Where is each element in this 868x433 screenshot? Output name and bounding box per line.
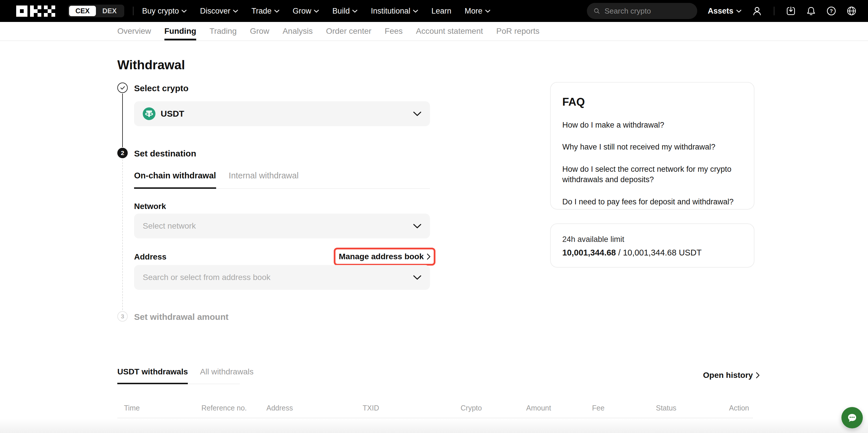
subnav-item-account-statement[interactable]: Account statement <box>416 22 483 40</box>
crypto-select[interactable]: USDT <box>134 101 430 126</box>
navbar-divider <box>133 7 133 15</box>
step-connector-solid <box>122 94 123 147</box>
step1-complete-circle <box>117 82 128 93</box>
faq-question[interactable]: Do I need to pay fees for deposit and wi… <box>562 197 741 207</box>
chevron-right-icon <box>756 372 760 378</box>
empty-table-area <box>0 418 868 433</box>
tab-all-withdrawals[interactable]: All withdrawals <box>200 367 253 384</box>
subnav-item-order-center[interactable]: Order center <box>326 22 371 40</box>
limit-separator: / <box>616 248 623 257</box>
chevron-right-icon <box>427 254 431 260</box>
tab-usdt-withdrawals[interactable]: USDT withdrawals <box>117 367 188 384</box>
column-header-address: Address <box>267 404 293 412</box>
network-label: Network <box>134 202 166 211</box>
column-header-time: Time <box>124 404 140 412</box>
menu-item-build[interactable]: Build <box>332 7 358 15</box>
tab-internal-withdrawal[interactable]: Internal withdrawal <box>229 171 299 188</box>
crypto-search-box[interactable] <box>587 3 697 19</box>
chevron-down-icon <box>413 111 421 116</box>
deposit-icon[interactable] <box>786 6 796 16</box>
limit-card: 24h available limit 10,001,344.68 / 10,0… <box>550 224 754 268</box>
step-connector-dashed <box>122 159 123 310</box>
assets-dropdown[interactable]: Assets <box>708 7 741 15</box>
selected-crypto-label: USDT <box>161 109 184 119</box>
limit-value: 10,001,344.68 / 10,001,344.68 USDT <box>562 248 742 258</box>
chevron-down-icon <box>274 9 279 13</box>
navbar-right-cluster: Assets ? <box>587 3 857 19</box>
menu-item-more[interactable]: More <box>465 7 490 15</box>
language-globe-icon[interactable] <box>847 6 857 16</box>
search-icon <box>593 7 600 15</box>
step3-label: Set withdrawal amount <box>134 312 228 322</box>
address-placeholder: Search or select from address book <box>143 273 271 282</box>
address-select[interactable]: Search or select from address book <box>134 265 430 290</box>
menu-item-institutional[interactable]: Institutional <box>371 7 418 15</box>
okx-logo-letter-x <box>44 5 55 17</box>
subnav-item-funding[interactable]: Funding <box>164 22 196 40</box>
open-history-link[interactable]: Open history <box>703 371 760 380</box>
faq-question[interactable]: How do I make a withdrawal? <box>562 120 741 130</box>
faq-question[interactable]: How do I select the correct network for … <box>562 164 741 185</box>
chevron-down-icon <box>352 9 358 13</box>
okx-logo <box>16 5 55 17</box>
subnav-item-trading[interactable]: Trading <box>210 22 237 40</box>
main-menu: Buy crypto Discover Trade Grow Build Ins… <box>142 7 490 15</box>
step2-label: Set destination <box>134 149 196 159</box>
search-input[interactable] <box>604 7 691 15</box>
step3-circle: 3 <box>117 311 128 322</box>
usdt-tether-icon <box>143 107 155 120</box>
network-placeholder: Select network <box>143 222 196 231</box>
chevron-down-icon <box>182 9 187 13</box>
okx-logo-letter-o <box>16 5 27 17</box>
support-chat-button[interactable] <box>841 407 863 428</box>
column-header-txid: TXID <box>363 404 379 412</box>
address-label: Address <box>134 252 166 262</box>
menu-item-learn[interactable]: Learn <box>431 7 451 15</box>
limit-available: 10,001,344.68 <box>562 248 616 257</box>
subnav-item-overview[interactable]: Overview <box>117 22 151 40</box>
chat-bubble-icon <box>846 412 858 424</box>
okx-logo-letter-k <box>30 5 41 17</box>
column-header-amount: Amount <box>526 404 551 412</box>
page-title: Withdrawal <box>117 58 185 72</box>
dex-toggle-button[interactable]: DEX <box>96 6 123 16</box>
faq-card: FAQ How do I make a withdrawal? Why have… <box>550 82 754 209</box>
limit-label: 24h available limit <box>562 235 742 244</box>
check-icon <box>120 86 125 90</box>
menu-item-trade[interactable]: Trade <box>251 7 279 15</box>
subnav-item-grow[interactable]: Grow <box>250 22 269 40</box>
column-header-crypto: Crypto <box>461 404 482 412</box>
column-header-reference: Reference no. <box>202 404 247 412</box>
manage-address-book-button[interactable]: Manage address book <box>339 252 430 261</box>
menu-item-grow[interactable]: Grow <box>293 7 319 15</box>
top-navbar: CEX DEX Buy crypto Discover Trade Grow B… <box>0 0 868 22</box>
limit-total: 10,001,344.68 USDT <box>623 248 702 257</box>
chevron-down-icon <box>413 224 421 229</box>
navbar-divider <box>774 7 774 15</box>
tab-onchain-withdrawal[interactable]: On-chain withdrawal <box>134 171 216 189</box>
chevron-down-icon <box>485 9 490 13</box>
red-highlight-annotation: Manage address book <box>334 248 435 266</box>
svg-text:?: ? <box>830 8 833 14</box>
subnav-item-fees[interactable]: Fees <box>384 22 403 40</box>
faq-title: FAQ <box>562 96 742 108</box>
faq-question[interactable]: Why have I still not received my withdra… <box>562 142 741 152</box>
help-icon[interactable]: ? <box>827 6 836 16</box>
column-header-fee: Fee <box>592 404 604 412</box>
step1-label: Select crypto <box>134 84 188 93</box>
chevron-down-icon <box>233 9 238 13</box>
menu-item-buy-crypto[interactable]: Buy crypto <box>142 7 187 15</box>
chevron-down-icon <box>413 275 421 280</box>
notifications-bell-icon[interactable] <box>806 6 816 16</box>
column-header-action: Action <box>729 404 749 412</box>
step2-circle: 2 <box>117 148 128 158</box>
cex-toggle-button[interactable]: CEX <box>69 6 96 16</box>
subnav-item-analysis[interactable]: Analysis <box>283 22 313 40</box>
history-tabs: USDT withdrawals All withdrawals <box>117 367 240 384</box>
profile-icon[interactable] <box>752 6 762 16</box>
column-header-status: Status <box>656 404 676 412</box>
subnav-item-por-reports[interactable]: PoR reports <box>496 22 539 40</box>
network-select[interactable]: Select network <box>134 213 430 238</box>
chevron-down-icon <box>413 9 418 13</box>
menu-item-discover[interactable]: Discover <box>200 7 238 15</box>
